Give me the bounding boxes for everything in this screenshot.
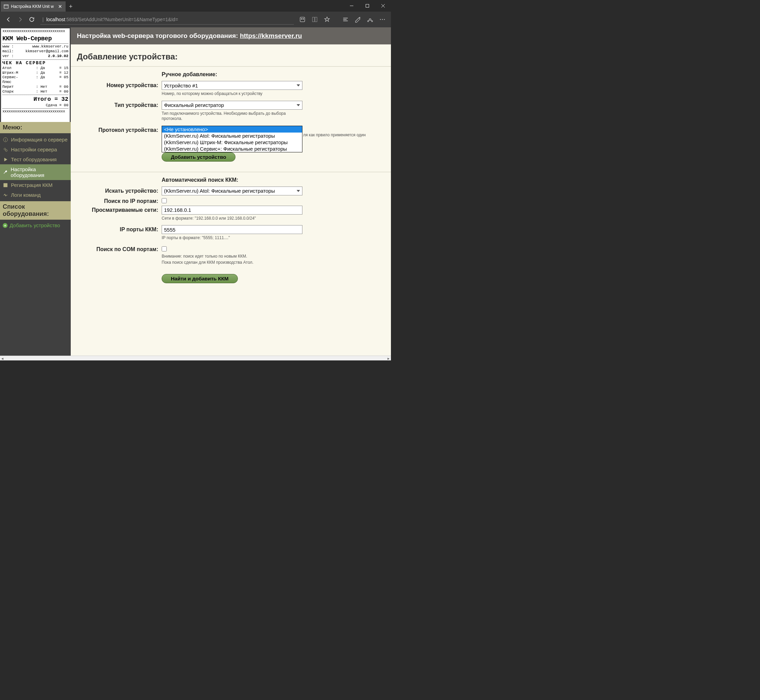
- device-number-label: Номер устройства:: [77, 81, 162, 89]
- svg-rect-3: [366, 5, 369, 8]
- heartbeat-icon: [3, 193, 8, 197]
- reading-list-icon[interactable]: [309, 14, 321, 25]
- extension-icon[interactable]: [297, 14, 308, 25]
- scroll-right-icon[interactable]: ►: [386, 356, 391, 361]
- header-link[interactable]: https://kkmserver.ru: [240, 32, 302, 39]
- sidebar-item-config-equipment[interactable]: Настройка оборудования: [0, 164, 71, 180]
- plus-icon: +: [3, 223, 8, 228]
- nav-forward-button[interactable]: [14, 14, 26, 25]
- add-device-link[interactable]: + Добавить устройство: [0, 220, 71, 231]
- find-kkm-button[interactable]: Найти и добавить ККМ: [162, 274, 238, 283]
- sidebar-item-test-equipment[interactable]: Тест оборудования: [0, 155, 71, 164]
- hub-icon[interactable]: [340, 14, 351, 25]
- ip-ports-help: IP порты в формате: "5555; 1111....": [162, 235, 302, 241]
- ip-search-label: Поиск по IP портам:: [77, 197, 162, 204]
- svg-point-18: [384, 19, 385, 20]
- app-header: Настройка web-сервера торгового оборудов…: [71, 27, 391, 44]
- device-number-help: Номер, по которому можно обращаться к ус…: [162, 91, 302, 97]
- ip-ports-label: IP порты ККМ:: [77, 225, 162, 233]
- com-search-label: Поиск по COM портам:: [77, 245, 162, 253]
- search-device-label: Искать устройство:: [77, 186, 162, 194]
- device-type-select[interactable]: Фискальный регистратор: [162, 101, 302, 110]
- sidebar-item-server-settings[interactable]: Настройки сервера: [0, 145, 71, 155]
- info-icon: i: [3, 138, 8, 142]
- svg-rect-6: [300, 17, 305, 22]
- sidebar-item-server-info[interactable]: iИнформация о сервере: [0, 134, 71, 145]
- window-minimize-button[interactable]: [344, 0, 360, 12]
- svg-point-16: [380, 19, 381, 20]
- sidebar: xxxxxxxxxxxxxxxxxxxxxxxxxxxxxx KKM Web-С…: [0, 27, 71, 356]
- add-device-label: Добавить устройство: [9, 222, 60, 228]
- svg-point-8: [303, 19, 304, 19]
- browser-toolbar: | localhost :5893/SetAddUnit?NumberUnit=…: [0, 12, 391, 27]
- com-help2: Пока поиск сделан для ККМ производства А…: [162, 260, 302, 266]
- sidebar-item-label: Тест оборудования: [11, 156, 57, 162]
- com-search-checkbox[interactable]: [162, 246, 167, 252]
- window-close-button[interactable]: [375, 0, 391, 12]
- sidebar-item-label: Логи команд: [11, 192, 41, 198]
- equipment-list-header: Список оборудования:: [0, 201, 71, 220]
- protocol-option[interactable]: (KkmServer.ru) Штрих-М: Фискальные регис…: [162, 139, 302, 145]
- window-maximize-button[interactable]: [360, 0, 375, 12]
- device-protocol-dropdown[interactable]: <Не установлено> (KkmServer.ru) Atol: Фи…: [162, 126, 302, 152]
- nav-refresh-button[interactable]: [26, 14, 38, 25]
- address-bar[interactable]: | localhost :5893/SetAddUnit?NumberUnit=…: [40, 14, 294, 25]
- sidebar-item-label: Настройки сервера: [11, 147, 57, 152]
- notes-icon[interactable]: [352, 14, 364, 25]
- header-text: Настройка web-сервера торгового оборудов…: [77, 32, 240, 39]
- networks-label: Просматриваемые сети:: [77, 206, 162, 213]
- svg-point-12: [360, 17, 360, 18]
- sidebar-menu: iИнформация о сервере Настройки сервера …: [0, 133, 71, 201]
- protocol-side-help: ля как првило применяется один: [303, 133, 366, 138]
- device-type-label: Тип устройства:: [77, 101, 162, 108]
- sidebar-logo-receipt: xxxxxxxxxxxxxxxxxxxxxxxxxxxxxx KKM Web-С…: [1, 28, 70, 122]
- auto-search-section: Автоматический поиск ККМ: Искать устройс…: [71, 172, 391, 294]
- list-icon: [3, 183, 8, 188]
- sidebar-item-command-logs[interactable]: Логи команд: [0, 190, 71, 200]
- manual-add-section: Ручное добавление: Номер устройства: Уст…: [71, 67, 391, 172]
- search-device-select[interactable]: (KkmServer.ru) Atol: Фискальные регистра…: [162, 186, 302, 195]
- svg-point-13: [369, 19, 371, 20]
- scroll-left-icon[interactable]: ◄: [0, 356, 5, 361]
- ip-ports-input[interactable]: [162, 225, 302, 234]
- url-rest: :5893/SetAddUnit?NumberUnit=1&NameType=1…: [65, 17, 178, 22]
- manual-header: Ручное добавление:: [162, 71, 385, 78]
- device-type-help: Тип подключаемого устройства. Необходимо…: [162, 111, 302, 122]
- svg-rect-0: [4, 5, 8, 9]
- share-icon[interactable]: [364, 14, 376, 25]
- device-number-select[interactable]: Устройство #1: [162, 81, 302, 90]
- ip-search-checkbox[interactable]: [162, 198, 167, 203]
- browser-tab[interactable]: Настройка KKM Unit w ✕: [1, 2, 66, 12]
- protocol-option[interactable]: (KkmServer.ru) Сервис+: Фискальные регис…: [162, 145, 302, 152]
- tab-title: Настройка KKM Unit w: [11, 4, 58, 9]
- protocol-option[interactable]: <Не установлено>: [162, 126, 302, 133]
- svg-point-7: [301, 19, 302, 19]
- favorites-icon[interactable]: [321, 14, 333, 25]
- page-title: Добавление устройства:: [71, 44, 391, 66]
- new-tab-button[interactable]: +: [66, 2, 76, 12]
- svg-text:i: i: [5, 138, 6, 141]
- device-protocol-label: Протокол устройства:: [77, 126, 162, 133]
- add-device-button[interactable]: Добавить устройство: [162, 152, 235, 162]
- protocol-option[interactable]: (KkmServer.ru) Atol: Фискальные регистра…: [162, 133, 302, 139]
- menu-header: Меню:: [0, 122, 71, 133]
- networks-input[interactable]: [162, 206, 302, 214]
- gears-icon: [3, 147, 8, 152]
- nav-back-button[interactable]: [3, 14, 14, 25]
- horizontal-scrollbar[interactable]: ◄ ►: [0, 356, 391, 361]
- tab-close-icon[interactable]: ✕: [58, 4, 63, 9]
- svg-point-22: [5, 150, 7, 152]
- sidebar-item-register-kkm[interactable]: Регистрация ККМ: [0, 180, 71, 190]
- menu-more-icon[interactable]: [377, 14, 388, 25]
- sidebar-item-label: Настройка оборудования: [11, 166, 68, 178]
- wrench-icon: [3, 170, 8, 175]
- svg-rect-23: [4, 183, 8, 187]
- main-content: Настройка web-сервера торгового оборудов…: [71, 27, 391, 356]
- auto-header: Автоматический поиск ККМ:: [162, 177, 385, 183]
- sidebar-item-label: Регистрация ККМ: [11, 182, 53, 188]
- url-host: localhost: [46, 17, 65, 22]
- play-icon: [3, 157, 8, 162]
- sidebar-item-label: Информация о сервере: [11, 137, 68, 142]
- com-help1: Внимание: поиск идет только по новым ККМ…: [162, 254, 302, 259]
- svg-point-21: [4, 148, 6, 150]
